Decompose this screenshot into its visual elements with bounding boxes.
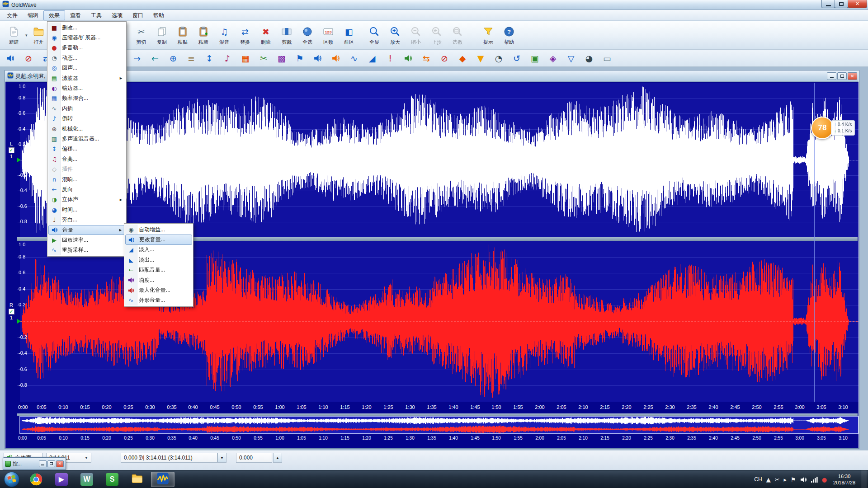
menubar-item-7[interactable]: 窗口 — [127, 10, 148, 20]
channel-checkbox[interactable] — [9, 309, 14, 314]
effect-tool-grid-icon[interactable]: ▣ — [527, 51, 542, 66]
effects-menu-item-18[interactable]: ◑立体声► — [48, 195, 125, 205]
effects-menu-item-3[interactable]: ●多普勒... — [48, 43, 125, 53]
toolbar-mix-button[interactable]: ♫混音 — [214, 22, 235, 48]
toolbar-digits-button[interactable]: 123区数 — [318, 22, 339, 48]
toolbar-copy-button[interactable]: 复制 — [151, 22, 172, 48]
effects-menu-item-5[interactable]: ◎回声... — [48, 63, 125, 73]
effects-menu-item-20[interactable]: ♩旁白... — [48, 215, 125, 225]
toolbar-zoomall-button[interactable]: 全显 — [364, 22, 385, 48]
flag-action-center-icon[interactable]: ⚑ — [791, 476, 796, 483]
effect-tool-pitch-icon[interactable]: ♪ — [220, 51, 235, 66]
document-restore-button[interactable] — [837, 72, 847, 80]
effects-menu-item-14[interactable]: ♫音高... — [48, 154, 125, 164]
volume-tray-icon[interactable] — [800, 476, 807, 483]
taskbar-app-explorer[interactable] — [126, 472, 149, 487]
effects-menu-item-7[interactable]: ◐镶边器... — [48, 83, 125, 93]
effect-tool-device-controls-icon[interactable] — [3, 51, 18, 66]
toolbar-hint-button[interactable]: 提示 — [478, 22, 499, 48]
left-channel-waveform[interactable] — [17, 83, 859, 237]
effect-tool-shape-volume-icon[interactable]: ∿ — [346, 51, 362, 66]
menubar-item-5[interactable]: 工具 — [86, 10, 107, 20]
effect-tool-swap-channels-icon[interactable]: ⇆ — [419, 51, 434, 66]
toolbar-paste-button[interactable]: 粘贴 — [172, 22, 193, 48]
effect-tool-match-volume-icon[interactable] — [401, 51, 416, 66]
effects-menu-item-2[interactable]: ◉压缩器/扩展器... — [48, 33, 125, 42]
document-minimize-button[interactable] — [827, 72, 836, 80]
taskbar-app-chrome[interactable] — [24, 472, 48, 487]
effects-menu-item-19[interactable]: ◕时间... — [48, 205, 125, 215]
controller-window[interactable]: 控... ✕ — [3, 457, 66, 470]
effect-tool-volume-icon[interactable] — [310, 51, 326, 66]
close-button[interactable]: ✕ — [848, 0, 867, 8]
toolbar-trim-button[interactable]: 剪裁 — [276, 22, 297, 48]
channel-checkbox[interactable] — [9, 147, 14, 153]
taskbar-app-goldwave[interactable] — [151, 472, 175, 487]
controller-close-button[interactable]: ✕ — [56, 460, 64, 467]
selection-dropdown-button[interactable]: ▼ — [217, 453, 226, 463]
menubar-item-2[interactable]: 编辑 — [23, 10, 43, 20]
effect-tool-alert-icon[interactable]: ! — [382, 51, 398, 66]
effect-tool-censor-icon[interactable]: ⊘ — [21, 51, 36, 66]
toolbar-selectall-button[interactable]: 全选 — [297, 22, 318, 48]
speed-badge[interactable]: 78 — [811, 117, 834, 139]
toolbar-page-button[interactable]: 新建 — [4, 22, 24, 48]
effect-tool-monitor-icon[interactable]: ▭ — [599, 51, 615, 66]
window-title-bar[interactable]: GoldWave ✕ — [0, 0, 868, 10]
effect-tool-flanger-icon[interactable]: → — [129, 51, 145, 66]
effects-menu-item-9[interactable]: ∿内插 — [48, 103, 125, 113]
toolbar-prevsel-button[interactable]: ◧前区 — [339, 22, 359, 48]
menubar-item-1[interactable]: 文件 — [2, 10, 23, 20]
minimize-button[interactable] — [821, 0, 835, 8]
taskbar-app-w-app[interactable]: W — [75, 472, 99, 487]
taskbar-app-media-player[interactable]: ▶ — [50, 472, 73, 487]
effect-tool-clock2-icon[interactable]: ◕ — [581, 51, 597, 66]
effects-menu-item-4[interactable]: ◔动态... — [48, 53, 125, 63]
network-speed-widget[interactable]: 78 ↑0.4 K/s ↓0.1 K/s — [811, 117, 855, 139]
effect-tool-restore-icon[interactable]: ↺ — [509, 51, 524, 66]
hidden-icons-button[interactable]: ▲ — [766, 476, 771, 483]
network-tray-icon[interactable] — [811, 477, 818, 483]
taskbar-app-s-app[interactable]: S — [100, 472, 124, 487]
controller-minimize-button[interactable] — [39, 460, 47, 467]
menubar-item-8[interactable]: 帮助 — [148, 10, 169, 20]
right-channel-toggle[interactable]: R1 — [7, 302, 16, 321]
effect-tool-timer-icon[interactable]: ◔ — [491, 51, 506, 66]
volume-submenu-item-4[interactable]: ◣淡出... — [125, 255, 192, 265]
start-button[interactable] — [0, 470, 24, 488]
effect-tool-funnel-icon[interactable]: ▼ — [473, 51, 488, 66]
maximize-button[interactable] — [835, 0, 848, 8]
effects-menu-item-21[interactable]: 音量► — [48, 225, 125, 235]
toolbar-folder-button[interactable]: 打开 — [28, 22, 49, 48]
effects-menu-item-16[interactable]: ∩混响... — [48, 174, 125, 184]
menubar-item-4[interactable]: 查看 — [65, 10, 86, 20]
snip-tool-icon[interactable]: ✂ — [775, 476, 780, 483]
show-desktop-button[interactable] — [862, 470, 867, 488]
notification-dot-icon[interactable]: ● — [822, 476, 827, 483]
effects-menu-item-12[interactable]: ▥多声道混音器... — [48, 134, 125, 144]
toolbar-help-button[interactable]: ?帮助 — [499, 22, 519, 48]
effect-tool-presets-icon[interactable]: ◆ — [455, 51, 470, 66]
menubar-item-6[interactable]: 选项 — [107, 10, 127, 20]
left-channel-toggle[interactable]: L1 — [7, 141, 16, 160]
effect-tool-invert-icon[interactable]: ⊕ — [165, 51, 181, 66]
toolbar-cut-button[interactable]: ✂剪切 — [131, 22, 151, 48]
effect-tool-fade-icon[interactable]: ◢ — [364, 51, 380, 66]
document-title-bar[interactable]: 灵超,佘明君, ✕ — [5, 71, 859, 82]
volume-submenu-item-7[interactable]: 最大化音量... — [125, 285, 192, 295]
effect-tool-marker-icon[interactable]: ⚑ — [292, 51, 307, 66]
effect-tool-spectrum-icon[interactable]: ▩ — [274, 51, 289, 66]
effect-tool-expander-icon[interactable]: ▽ — [563, 51, 579, 66]
volume-submenu-item-6[interactable]: 响度... — [125, 275, 192, 285]
new-dropdown-arrow-icon[interactable]: ▾ — [25, 33, 28, 38]
effects-menu-item-23[interactable]: ∿重新采样... — [48, 245, 125, 255]
controller-restore-button[interactable] — [47, 460, 55, 467]
toolbar-pastenew-button[interactable]: 粘新 — [193, 22, 214, 48]
overview-waveform[interactable] — [17, 416, 859, 434]
effect-tool-offset-icon[interactable]: ↕ — [202, 51, 217, 66]
effects-menu-item-6[interactable]: ▤滤波器► — [48, 73, 125, 83]
language-indicator[interactable]: CH — [754, 476, 762, 483]
effect-tool-diamond-icon[interactable]: ◈ — [545, 51, 561, 66]
volume-submenu-item-3[interactable]: ◢淡入... — [125, 245, 192, 255]
effects-menu-item-13[interactable]: ↕偏移... — [48, 144, 125, 154]
